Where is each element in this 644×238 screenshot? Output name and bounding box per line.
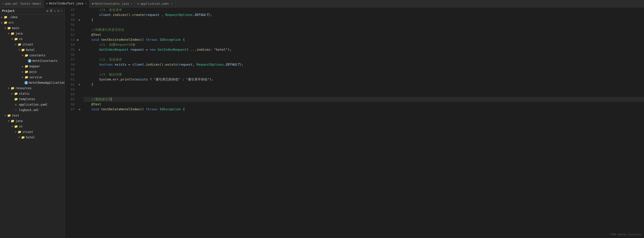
line-number: 54: [65, 42, 74, 47]
minimize-icon[interactable]: −: [61, 9, 62, 13]
folder-icon: 📁: [14, 92, 18, 96]
code-line: boolean exists = client.indices().exists…: [84, 62, 644, 67]
tree-item-HotelDemoApplication[interactable]: JHotelDemoApplication: [0, 80, 64, 85]
line-number: 63: [65, 87, 74, 92]
tab-label: pom.xml (hotel-demo): [5, 2, 41, 5]
tree-item-src[interactable]: ▶📁src: [0, 20, 64, 25]
tree-item-main[interactable]: ▼📁main: [0, 25, 64, 31]
tree-arrow: ▼: [18, 136, 21, 139]
folder-icon: 📁: [21, 48, 25, 52]
tree-arrow: ▼: [10, 38, 14, 40]
tree-item-test[interactable]: ▼📁test: [0, 113, 64, 118]
watermark: CSDN @Ding Jiaxiong: [610, 233, 641, 236]
line-number: 50: [65, 22, 74, 27]
tree-arrow: ▼: [18, 49, 21, 51]
tab-hotelconstants[interactable]: ● HotelConstants.java ✕: [90, 0, 135, 7]
line-number: 66: [65, 102, 74, 107]
tree-item-test-java[interactable]: ▼📁java: [0, 118, 64, 124]
close-icon[interactable]: ✕: [85, 2, 87, 5]
tree-item-java[interactable]: ▼📁java: [0, 31, 64, 36]
code-line: [84, 22, 644, 27]
tree-arrow: ▼: [14, 131, 18, 133]
tab-hotelindextest[interactable]: ▶ HotelIndexTest.java ✕: [44, 0, 90, 7]
line-number: 61: [65, 77, 74, 82]
folder-icon: 📁: [14, 37, 18, 41]
tree-item-applicationyaml-tree[interactable]: ⚙application.yaml: [0, 102, 64, 107]
folder-icon: 📁: [4, 15, 8, 19]
code-content[interactable]: //3. 发送请求 client.indices().create(reques…: [82, 7, 644, 238]
expand-icon[interactable]: ⇕: [54, 9, 56, 13]
sidebar: Project ⊕ ☰ ⇕ ⚙ − ▶📁.idea▶📁src▼📁main▼📁ja…: [0, 7, 65, 238]
line-number: 53: [65, 37, 74, 42]
tree-item-static[interactable]: ▶📁static: [0, 91, 64, 96]
tree-arrow: ▶: [21, 76, 24, 78]
tree-label: pojo: [29, 70, 36, 73]
code-line: //3. 输出结果: [84, 72, 644, 77]
code-line: //2. 发送请求: [84, 57, 644, 62]
tree-label: cn: [19, 125, 22, 128]
java-test-icon: ▶: [46, 2, 48, 5]
folder-icon: 📁: [4, 21, 8, 24]
tree-label: resources: [16, 86, 32, 90]
tree-arrow: ▶: [0, 16, 4, 18]
tree-item-idea[interactable]: ▶📁.idea: [0, 14, 64, 20]
tree-item-test-itcast[interactable]: ▼📁itcast: [0, 129, 64, 135]
tree-item-hotel[interactable]: ▼📁hotel: [0, 47, 64, 53]
line-number: 55: [65, 47, 74, 52]
line-number: 51: [65, 27, 74, 32]
folder-icon: 📁: [7, 26, 11, 30]
code-line: }: [84, 17, 644, 22]
tree-item-test-hotel[interactable]: ▼📁hotel: [0, 135, 64, 140]
tree-item-HotelConstants[interactable]: JHotelConstants: [0, 58, 64, 64]
tree-arrow: ▼: [10, 125, 14, 128]
folder-icon: 📁: [18, 42, 22, 46]
tree-label: main: [12, 26, 19, 30]
line-number: 60: [65, 72, 74, 77]
code-line: [84, 67, 644, 72]
tree-item-constants[interactable]: ▼📁constants: [0, 53, 64, 58]
code-line: [84, 92, 644, 97]
collapse-icon[interactable]: ☰: [50, 9, 52, 13]
tree-label: constants: [29, 54, 46, 57]
tree-item-pojo[interactable]: ▶📁pojo: [0, 69, 64, 74]
editor: 4748495051525354555657585960616263646566…: [65, 7, 644, 238]
add-icon[interactable]: ⊕: [46, 9, 48, 13]
tree-item-service[interactable]: ▶📁service: [0, 74, 64, 80]
settings-icon[interactable]: ⚙: [58, 9, 59, 13]
folder-icon: 📁: [24, 64, 28, 68]
file-icon: J: [24, 81, 28, 84]
tree-arrow: ▶: [0, 21, 4, 24]
diff-icon: ◀: [78, 107, 80, 112]
line-number: 57: [65, 57, 74, 62]
code-line: client.indices().create(request , Reques…: [84, 12, 644, 17]
run-icon[interactable]: ▶: [77, 37, 79, 42]
tree-item-mapper[interactable]: ▶📁mapper: [0, 64, 64, 69]
tree-label: .idea: [8, 15, 18, 19]
close-icon[interactable]: ✕: [131, 2, 132, 5]
tab-applicationyaml[interactable]: ⚙ application.yaml ✕: [135, 0, 175, 7]
tree-arrow: ▼: [4, 27, 7, 29]
tree-item-resources[interactable]: ▼📁resources: [0, 85, 64, 91]
close-icon[interactable]: ✕: [171, 2, 173, 5]
tree-label: src: [8, 21, 14, 24]
tree-arrow: ▼: [21, 54, 24, 57]
file-icon: J: [28, 59, 31, 63]
main-layout: Project ⊕ ☰ ⇕ ⚙ − ▶📁.idea▶📁src▼📁main▼📁ja…: [0, 7, 644, 238]
file-tree: ▶📁.idea▶📁src▼📁main▼📁java▼📁cn▼📁itcast▼📁ho…: [0, 14, 64, 140]
tree-label: HotelConstants: [32, 59, 58, 63]
line-number: 64: [65, 92, 74, 97]
tree-item-cn[interactable]: ▼📁cn: [0, 36, 64, 42]
line-number: 48: [65, 12, 74, 17]
tree-label: hotel: [26, 136, 35, 139]
tree-label: test: [12, 114, 19, 117]
line-number: 67: [65, 107, 74, 112]
file-icon: ⚙: [14, 103, 18, 107]
tree-item-logbackxml[interactable]: Xlogback.xml: [0, 107, 64, 113]
tree-arrow: ▼: [7, 32, 10, 35]
tree-item-itcast[interactable]: ▼📁itcast: [0, 42, 64, 47]
line-number: 49: [65, 17, 74, 22]
tab-pom[interactable]: m pom.xml (hotel-demo): [0, 0, 44, 7]
line-numbers: 4748495051525354555657585960616263646566…: [65, 7, 76, 238]
tree-item-templates[interactable]: 📁templates: [0, 96, 64, 102]
tree-item-test-cn[interactable]: ▼📁cn: [0, 124, 64, 129]
